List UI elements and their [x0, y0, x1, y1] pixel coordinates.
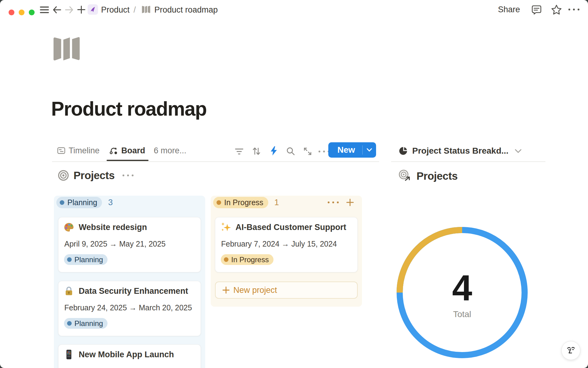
palette-emoji [63, 222, 74, 233]
notion-ai-button[interactable] [561, 341, 580, 360]
status-pill-in-progress[interactable]: In Progress [213, 197, 268, 208]
new-button-label: New [328, 145, 362, 155]
chart-view-title: Project Status Breakd... [412, 146, 508, 156]
column-options-icon[interactable] [328, 201, 339, 203]
active-tab-underline [107, 160, 149, 161]
plus-icon [222, 286, 230, 294]
donut-center: 4 Total [397, 227, 528, 358]
expand-icon[interactable] [303, 147, 312, 156]
card-website-redesign[interactable]: Website redesign April 9, 2025 → May 21,… [58, 217, 201, 272]
zoom-window-button[interactable] [29, 10, 35, 15]
board-view-icon [109, 146, 118, 155]
back-icon[interactable] [53, 6, 61, 14]
card-status-tag: In Progress [221, 254, 273, 265]
column-count: 3 [108, 198, 113, 207]
board-header-divider [52, 161, 379, 162]
status-dot [67, 321, 72, 326]
chevron-down-icon [514, 149, 522, 153]
card-title: Data Security Enhancement [79, 286, 188, 296]
board-section-header: Projects [58, 169, 134, 182]
column-count: 1 [274, 198, 279, 207]
status-donut-chart[interactable]: 4 Total [397, 227, 528, 358]
card-date-range: February 24, 2025 → March 20, 2025 [64, 303, 192, 312]
card-date-range: March 1, 2025 → March 20, 2025 [64, 367, 178, 368]
status-dot [217, 200, 221, 205]
workspace-icon[interactable] [88, 4, 98, 15]
sort-icon[interactable] [252, 147, 261, 156]
card-data-security[interactable]: Data Security Enhancement February 24, 2… [58, 281, 201, 336]
card-ai-customer-support[interactable]: AI-Based Customer Support February 7, 20… [215, 217, 358, 272]
breadcrumb-workspace[interactable]: Product [101, 5, 130, 15]
card-title: New Mobile App Launch [79, 350, 174, 359]
more-options-icon[interactable] [568, 9, 579, 10]
card-status-tag: Planning [64, 254, 107, 265]
card-date-range: February 7, 2024 → July 15, 2024 [221, 240, 337, 248]
filter-icon[interactable] [235, 148, 244, 155]
lock-emoji [63, 286, 74, 297]
board-section-title[interactable]: Projects [74, 169, 115, 182]
tab-board[interactable]: Board [109, 145, 145, 156]
card-title: Website redesign [79, 223, 147, 232]
breadcrumb-page[interactable]: Product roadmap [154, 5, 218, 15]
card-status-tag: Planning [64, 318, 107, 329]
map-icon [141, 5, 151, 14]
donut-total-label: Total [453, 309, 471, 319]
mobile-phone-emoji [63, 349, 74, 360]
ai-face-icon [565, 345, 576, 356]
close-window-button[interactable] [9, 10, 14, 15]
search-icon[interactable] [286, 147, 295, 156]
automations-lightning-icon[interactable] [270, 146, 278, 156]
notion-window: Product / Product roadmap Share Product … [0, 0, 588, 368]
status-dot [224, 257, 228, 262]
chart-section-header: Projects [398, 169, 458, 183]
column-add-card-icon[interactable] [346, 198, 354, 206]
column-header-planning[interactable]: Planning 3 [56, 196, 203, 209]
new-project-label: New project [233, 286, 277, 295]
new-page-icon[interactable] [77, 6, 85, 14]
favorite-star-icon[interactable] [551, 4, 562, 16]
forward-icon[interactable] [65, 6, 74, 14]
tab-more-views[interactable]: 6 more... [154, 145, 187, 156]
view-options-icon[interactable] [318, 151, 330, 152]
board-column-in-progress: In Progress 1 AI-Based Customer Support … [211, 196, 362, 307]
donut-total-value: 4 [452, 271, 472, 305]
card-mobile-app-launch[interactable]: New Mobile App Launch March 1, 2025 → Ma… [58, 344, 201, 368]
page-title[interactable]: Product roadmap [51, 98, 206, 120]
minimize-window-button[interactable] [19, 10, 24, 15]
breadcrumb-separator: / [134, 5, 136, 15]
share-button[interactable]: Share [498, 5, 520, 14]
new-project-button[interactable]: New project [215, 282, 358, 299]
bullseye-icon [58, 170, 69, 181]
card-date-range: April 9, 2025 → May 21, 2025 [64, 240, 166, 248]
column-header-in-progress[interactable]: In Progress 1 [213, 196, 360, 209]
status-dot [67, 257, 72, 262]
sparkles-emoji [220, 222, 231, 233]
tab-timeline[interactable]: Timeline [57, 145, 100, 156]
card-title: AI-Based Customer Support [236, 223, 346, 232]
status-dot [60, 200, 64, 205]
board-column-planning: Planning 3 Website redesign April 9, 202… [54, 196, 205, 368]
status-pill-planning[interactable]: Planning [56, 197, 102, 208]
page-icon-map[interactable] [52, 35, 81, 63]
sidebar-menu-icon[interactable] [40, 6, 49, 14]
bullseye-arrow-icon [398, 169, 412, 183]
comments-icon[interactable] [531, 4, 542, 15]
panel-header-divider [391, 161, 545, 162]
pie-chart-icon [399, 146, 408, 155]
new-button[interactable]: New [328, 142, 376, 158]
chart-view-dropdown[interactable]: Project Status Breakd... [399, 146, 522, 156]
new-button-chevron-icon[interactable] [363, 148, 376, 152]
timeline-view-icon [57, 146, 66, 155]
section-options-icon[interactable] [123, 174, 134, 176]
chart-section-title[interactable]: Projects [417, 170, 458, 182]
